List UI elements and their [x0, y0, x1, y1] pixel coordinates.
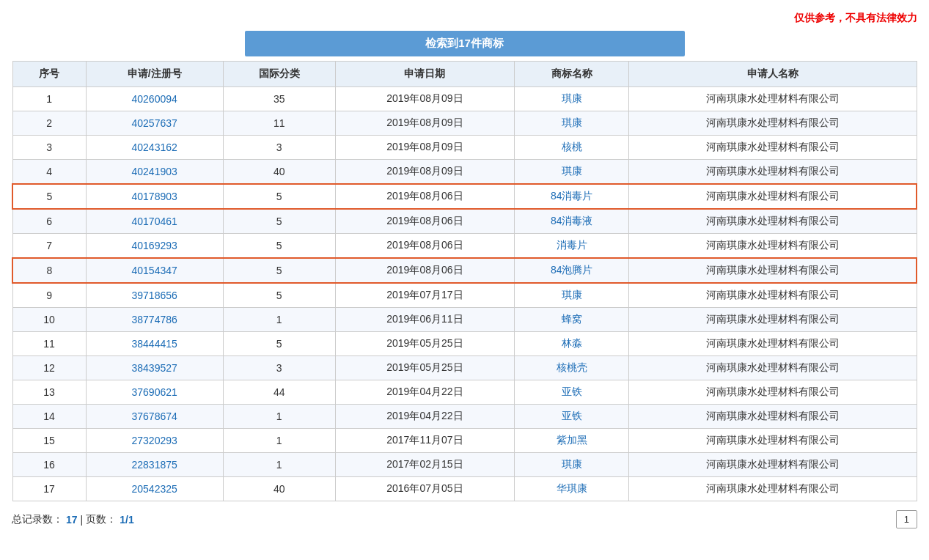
cell-index: 14 [12, 405, 86, 429]
cell-trademark[interactable]: 亚铁 [515, 405, 629, 429]
table-row: 1337690621442019年04月22日亚铁河南琪康水处理材料有限公司 [12, 380, 917, 405]
cell-applicant: 河南琪康水处理材料有限公司 [629, 136, 917, 160]
table-row: 123843952732019年05月25日核桃壳河南琪康水处理材料有限公司 [12, 356, 917, 380]
cell-apply-date: 2019年08月09日 [335, 87, 514, 111]
cell-index: 12 [12, 356, 86, 380]
cell-trademark[interactable]: 琪康 [515, 453, 629, 477]
cell-index: 5 [12, 184, 86, 209]
cell-apply-date: 2019年08月09日 [335, 136, 514, 160]
cell-index: 6 [12, 209, 86, 234]
pages-label: 页数： [86, 513, 117, 526]
cell-applicant: 河南琪康水处理材料有限公司 [629, 184, 917, 209]
table-row: 84015434752019年08月06日84泡腾片河南琪康水处理材料有限公司 [12, 258, 917, 283]
cell-trademark[interactable]: 林淼 [515, 332, 629, 356]
pagination: 1 [896, 510, 917, 528]
cell-trademark[interactable]: 琪康 [515, 160, 629, 185]
cell-reg-no[interactable]: 40154347 [86, 258, 223, 283]
cell-trademark[interactable]: 84泡腾片 [515, 258, 629, 283]
table-row: 152732029312017年11月07日紫加黑河南琪康水处理材料有限公司 [12, 429, 917, 453]
cell-trademark[interactable]: 琪康 [515, 87, 629, 111]
cell-reg-no[interactable]: 40170461 [86, 209, 223, 234]
cell-index: 11 [12, 332, 86, 356]
cell-reg-no[interactable]: 27320293 [86, 429, 223, 453]
cell-apply-date: 2016年07月05日 [335, 477, 514, 501]
cell-trademark[interactable]: 华琪康 [515, 477, 629, 501]
cell-apply-date: 2019年04月22日 [335, 380, 514, 405]
cell-trademark[interactable]: 蜂窝 [515, 308, 629, 332]
cell-reg-no[interactable]: 40260094 [86, 87, 223, 111]
cell-trademark[interactable]: 消毒片 [515, 234, 629, 259]
cell-index: 8 [12, 258, 86, 283]
results-table: 序号 申请/注册号 国际分类 申请日期 商标名称 申请人名称 140260094… [12, 61, 917, 501]
cell-trademark[interactable]: 84消毒片 [515, 184, 629, 209]
cell-apply-date: 2019年08月09日 [335, 160, 514, 185]
cell-intl-class: 5 [223, 258, 335, 283]
cell-reg-no[interactable]: 40178903 [86, 184, 223, 209]
cell-intl-class: 3 [223, 136, 335, 160]
cell-trademark[interactable]: 核桃壳 [515, 356, 629, 380]
cell-applicant: 河南琪康水处理材料有限公司 [629, 160, 917, 185]
cell-applicant: 河南琪康水处理材料有限公司 [629, 209, 917, 234]
cell-index: 17 [12, 477, 86, 501]
cell-apply-date: 2017年02月15日 [335, 453, 514, 477]
total-value: 17 [66, 514, 78, 526]
cell-applicant: 河南琪康水处理材料有限公司 [629, 405, 917, 429]
cell-applicant: 河南琪康水处理材料有限公司 [629, 87, 917, 111]
cell-index: 4 [12, 160, 86, 185]
cell-trademark[interactable]: 核桃 [515, 136, 629, 160]
cell-intl-class: 1 [223, 308, 335, 332]
cell-reg-no[interactable]: 40169293 [86, 234, 223, 259]
table-row: 64017046152019年08月06日84消毒液河南琪康水处理材料有限公司 [12, 209, 917, 234]
cell-index: 16 [12, 453, 86, 477]
cell-reg-no[interactable]: 22831875 [86, 453, 223, 477]
cell-apply-date: 2017年11月07日 [335, 429, 514, 453]
cell-apply-date: 2019年08月09日 [335, 111, 514, 136]
cell-trademark[interactable]: 亚铁 [515, 380, 629, 405]
separator: | [81, 514, 84, 526]
cell-index: 9 [12, 283, 86, 308]
cell-trademark[interactable]: 琪康 [515, 283, 629, 308]
cell-intl-class: 5 [223, 332, 335, 356]
col-index: 序号 [12, 62, 86, 87]
cell-applicant: 河南琪康水处理材料有限公司 [629, 111, 917, 136]
cell-intl-class: 1 [223, 429, 335, 453]
table-row: 93971865652019年07月17日琪康河南琪康水处理材料有限公司 [12, 283, 917, 308]
cell-apply-date: 2019年06月11日 [335, 308, 514, 332]
table-row: 54017890352019年08月06日84消毒片河南琪康水处理材料有限公司 [12, 184, 917, 209]
table-row: 162283187512017年02月15日琪康河南琪康水处理材料有限公司 [12, 453, 917, 477]
cell-reg-no[interactable]: 37690621 [86, 380, 223, 405]
table-row: 74016929352019年08月06日消毒片河南琪康水处理材料有限公司 [12, 234, 917, 259]
cell-reg-no[interactable]: 40257637 [86, 111, 223, 136]
cell-trademark[interactable]: 琪康 [515, 111, 629, 136]
cell-intl-class: 5 [223, 283, 335, 308]
cell-reg-no[interactable]: 39718656 [86, 283, 223, 308]
col-trademark: 商标名称 [515, 62, 629, 87]
cell-reg-no[interactable]: 20542325 [86, 477, 223, 501]
cell-applicant: 河南琪康水处理材料有限公司 [629, 453, 917, 477]
cell-trademark[interactable]: 紫加黑 [515, 429, 629, 453]
cell-apply-date: 2019年05月25日 [335, 332, 514, 356]
cell-index: 13 [12, 380, 86, 405]
cell-reg-no[interactable]: 37678674 [86, 405, 223, 429]
cell-trademark[interactable]: 84消毒液 [515, 209, 629, 234]
cell-apply-date: 2019年08月06日 [335, 234, 514, 259]
cell-intl-class: 1 [223, 405, 335, 429]
cell-reg-no[interactable]: 38439527 [86, 356, 223, 380]
cell-intl-class: 44 [223, 380, 335, 405]
cell-reg-no[interactable]: 38774786 [86, 308, 223, 332]
cell-reg-no[interactable]: 40241903 [86, 160, 223, 185]
cell-index: 1 [12, 87, 86, 111]
cell-applicant: 河南琪康水处理材料有限公司 [629, 332, 917, 356]
page-1-button[interactable]: 1 [896, 510, 917, 528]
cell-index: 7 [12, 234, 86, 259]
cell-applicant: 河南琪康水处理材料有限公司 [629, 477, 917, 501]
col-apply-date: 申请日期 [335, 62, 514, 87]
cell-intl-class: 3 [223, 356, 335, 380]
cell-intl-class: 11 [223, 111, 335, 136]
cell-reg-no[interactable]: 40243162 [86, 136, 223, 160]
cell-reg-no[interactable]: 38444415 [86, 332, 223, 356]
table-row: 34024316232019年08月09日核桃河南琪康水处理材料有限公司 [12, 136, 917, 160]
cell-apply-date: 2019年04月22日 [335, 405, 514, 429]
col-reg-no: 申请/注册号 [86, 62, 223, 87]
cell-intl-class: 40 [223, 160, 335, 185]
